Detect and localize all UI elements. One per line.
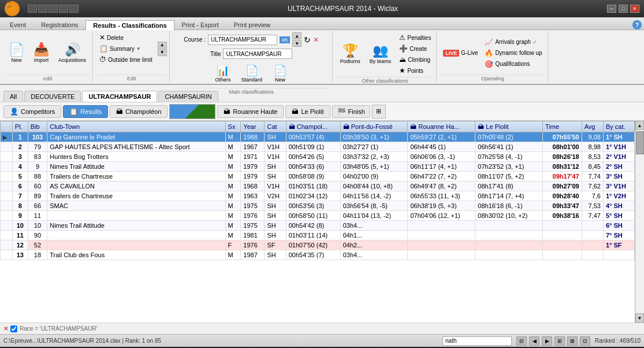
penalties-button[interactable]: ⚠ Penalties xyxy=(396,32,434,43)
tab-champsaurin[interactable]: CHAMPSAURIN xyxy=(158,91,218,102)
table-row[interactable]: 8 66 SMAC M 1975 SH 00h53'56 (3) 03h56'5… xyxy=(1,201,635,211)
tab-event[interactable]: Event xyxy=(2,20,33,29)
status-icon-1[interactable]: ⊟ xyxy=(516,336,527,346)
subtab-square-btn[interactable]: ⊞ xyxy=(372,105,386,119)
points-button[interactable]: ★ Points xyxy=(396,65,434,76)
table-row[interactable]: 11 90 M 1981 SH 01h03'11 (14) 04h1... 7°… xyxy=(1,231,635,240)
table-row[interactable]: 12 52 F 1976 SF 01h07'50 (42) 04h2... 1°… xyxy=(1,240,635,250)
scroll-thumb[interactable] xyxy=(636,131,644,154)
col-cat[interactable]: Cat xyxy=(265,121,286,132)
col-sx[interactable]: Sx xyxy=(225,121,241,132)
arrivals-button[interactable]: 📈 Arrivals graph ✓ xyxy=(482,37,545,47)
vertical-scrollbar[interactable]: ▲ ▼ xyxy=(635,121,644,323)
table-row[interactable]: 13 18 Trail Club des Fous M 1987 SH 00h5… xyxy=(1,250,635,260)
filter-x[interactable]: ✕ xyxy=(3,325,8,332)
status-icon-4[interactable]: ⊞ xyxy=(554,336,565,346)
outside-time-button[interactable]: ⏱ Outside time limit xyxy=(96,54,155,65)
help-icon[interactable]: ? xyxy=(632,20,642,29)
col-pl[interactable]: Pl. xyxy=(12,121,28,132)
col-lepiolit[interactable]: 🏔 Le Piolit xyxy=(475,121,543,132)
delete-button[interactable]: ✕ Delete xyxy=(96,32,155,43)
col-rouanneh[interactable]: 🏔 Rouanne Ha... xyxy=(408,121,475,132)
subtab-results[interactable]: 📋 Results xyxy=(63,105,108,118)
title-input[interactable] xyxy=(223,49,292,59)
glive-button[interactable]: LIVE G-Live xyxy=(440,48,481,58)
tab-print-export[interactable]: Print - Export xyxy=(174,20,226,29)
table-row[interactable]: 5 88 Trailers de Chartreuse M 1979 SH 00… xyxy=(1,172,635,182)
course-input[interactable] xyxy=(208,35,277,45)
status-icon-3[interactable]: ▶ xyxy=(542,336,552,346)
tab-ultrachampsaur[interactable]: ULTRACHAMPSAUR xyxy=(82,91,157,102)
sys-icon-4[interactable] xyxy=(59,5,68,13)
col-clubtown[interactable]: Club-Town xyxy=(47,121,225,132)
cell-avg: 9,08 xyxy=(582,132,603,142)
subtab-rouanne-haute[interactable]: 🏔 Rouanne Haute xyxy=(217,105,284,118)
tab-print-preview[interactable]: Print preview xyxy=(226,20,278,29)
filter-checkbox[interactable] xyxy=(10,325,17,332)
scroll-down-btn[interactable]: ▼ xyxy=(635,313,644,323)
sys-icon-1[interactable] xyxy=(28,5,37,13)
col-time[interactable]: Time xyxy=(543,121,582,132)
table-row[interactable]: 6 60 AS CAVAILLON M 1968 V1H 01h03'51 (1… xyxy=(1,182,635,191)
cell-clubtown xyxy=(47,231,225,240)
cell-bib: 90 xyxy=(28,231,47,240)
refresh-icon[interactable]: ↻ xyxy=(304,35,311,45)
table-row[interactable]: 4 9 Nimes Trail Attitude M 1979 SH 00h54… xyxy=(1,162,635,172)
table-row[interactable]: 3 83 Hunters Bog Trotters M 1971 V1H 00h… xyxy=(1,152,635,162)
col-bycat[interactable]: By cat. xyxy=(603,121,634,132)
new-button[interactable]: 📄 New xyxy=(5,34,28,72)
tab-results-classifications[interactable]: Results - Classifications xyxy=(85,20,174,30)
status-search-input[interactable] xyxy=(442,336,512,346)
scroll-up-btn[interactable]: ▲ xyxy=(635,121,644,130)
map-thumbnail[interactable] xyxy=(169,104,215,119)
standard-button[interactable]: 📄 Standard xyxy=(237,61,266,87)
subtab-champoleon[interactable]: 🏔 Champoléon xyxy=(110,105,167,118)
col-bib[interactable]: Bib xyxy=(28,121,47,132)
qualif-button[interactable]: 🎯 Qualifications xyxy=(482,59,545,69)
nav-down-arrow[interactable]: ▼ xyxy=(158,49,167,56)
subtab-le-piolit[interactable]: 🏔 Le Piolit xyxy=(285,105,330,118)
cell-bib: 89 xyxy=(28,191,47,201)
cell-bib: 83 xyxy=(28,152,47,162)
sys-icon-3[interactable] xyxy=(49,5,58,13)
acquisitions-button[interactable]: 🔊 Acquisitions xyxy=(54,34,90,72)
import-button[interactable]: 📥 Import xyxy=(29,34,53,72)
nav-up-arrow[interactable]: ▲ xyxy=(158,42,167,49)
subtab-competitors[interactable]: 👤 Competitors xyxy=(3,105,61,118)
podiums-button[interactable]: 🏆 Podiums xyxy=(336,35,364,73)
table-row[interactable]: 9 11 M 1976 SH 00h58'50 (11) 04h11'04 (1… xyxy=(1,211,635,221)
maximize-button[interactable]: □ xyxy=(619,5,628,13)
table-row[interactable]: ▶ 1 103 Cap Garonne le Pradet M 1988 SH … xyxy=(1,132,635,142)
table-row[interactable]: 7 89 Trailers de Chartreuse M 1963 V2H 0… xyxy=(1,191,635,201)
cell-clubtown: Hunters Bog Trotters xyxy=(47,152,225,162)
byteams-button[interactable]: 👥 By teams xyxy=(366,35,396,73)
col-avg[interactable]: Avg xyxy=(582,121,603,132)
col-pontfosse[interactable]: 🏔 Pont-du-Fossé xyxy=(340,121,408,132)
course-next[interactable]: ▼ xyxy=(292,40,301,47)
dynamic-button[interactable]: 🔥 Dynamic follow up xyxy=(482,48,545,58)
close-course-icon[interactable]: ✕ xyxy=(313,36,319,44)
status-icon-5[interactable]: ⊠ xyxy=(567,336,578,346)
minimize-button[interactable]: ─ xyxy=(607,5,616,13)
new-main-button[interactable]: 📄 New xyxy=(269,61,292,87)
subtab-finish[interactable]: 🏁 Finish xyxy=(332,105,370,118)
status-icon-2[interactable]: ◀ xyxy=(529,336,539,346)
cell-rouanneh: 06h44'45 (1) xyxy=(408,142,475,152)
sys-icon-5[interactable] xyxy=(69,5,79,13)
climbing-button[interactable]: ⛰ Climbing xyxy=(396,54,434,65)
sys-icon-2[interactable] xyxy=(38,5,47,13)
col-champol[interactable]: 🏔 Champol... xyxy=(286,121,340,132)
tab-decouverte[interactable]: DECOUVERTE xyxy=(24,91,81,102)
cell-avg: 7,74 xyxy=(582,172,603,182)
summary-button[interactable]: 📋 Summary ▼ xyxy=(96,43,155,54)
close-button[interactable]: ✕ xyxy=(630,5,639,13)
table-row[interactable]: 2 79 GAP HAUTES ALPES ATHLETISME - Altec… xyxy=(1,142,635,152)
others-button[interactable]: 📊 Others xyxy=(211,61,234,87)
create-button[interactable]: ➕ Create xyxy=(396,43,434,54)
status-icon-6[interactable]: ⊡ xyxy=(580,336,590,346)
col-year[interactable]: Year xyxy=(241,121,265,132)
course-prev[interactable]: ▲ xyxy=(292,32,301,39)
tab-registrations[interactable]: Registrations xyxy=(33,20,85,29)
table-row[interactable]: 10 10 Nimes Trail Attitude M 1975 SH 00h… xyxy=(1,221,635,231)
tab-all[interactable]: All xyxy=(3,91,23,102)
